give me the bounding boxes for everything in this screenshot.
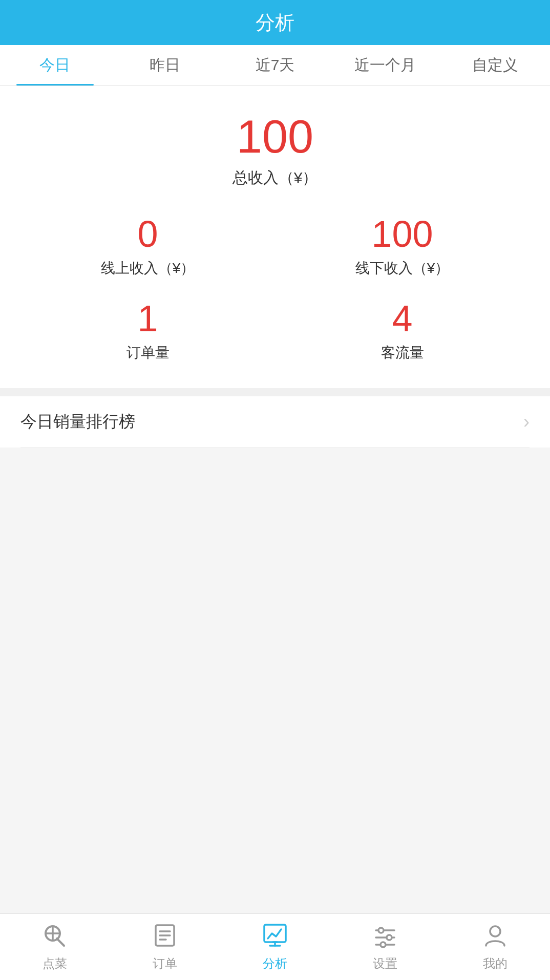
nav-label-menu: 点菜 (43, 955, 67, 972)
traffic-block: 4 客流量 (275, 299, 530, 363)
tab-1month[interactable]: 近一个月 (330, 45, 440, 86)
nav-item-analysis[interactable]: 分析 (220, 914, 330, 980)
order-count-value: 1 (20, 299, 275, 339)
nav-item-menu[interactable]: 点菜 (0, 914, 110, 980)
online-revenue-value: 0 (20, 214, 275, 254)
nav-item-settings[interactable]: 设置 (330, 914, 440, 980)
order-count-block: 1 订单量 (20, 299, 275, 363)
traffic-value: 4 (275, 299, 530, 339)
online-revenue-label: 线上收入（¥） (20, 259, 275, 278)
ranking-section: 今日销量排行榜 › (0, 396, 550, 448)
offline-revenue-label: 线下收入（¥） (275, 259, 530, 278)
total-revenue-block: 100 总收入（¥） (20, 112, 530, 188)
traffic-label: 客流量 (275, 343, 530, 363)
page-title: 分析 (256, 10, 294, 36)
nav-item-orders[interactable]: 订单 (110, 914, 220, 980)
tab-custom[interactable]: 自定义 (440, 45, 550, 86)
tab-7days[interactable]: 近7天 (220, 45, 330, 86)
nav-item-profile[interactable]: 我的 (440, 914, 550, 980)
offline-revenue-block: 100 线下收入（¥） (275, 214, 530, 278)
chevron-right-icon: › (523, 411, 530, 433)
stats-grid: 0 线上收入（¥） 100 线下收入（¥） 1 订单量 4 客流量 (20, 214, 530, 363)
online-revenue-block: 0 线上收入（¥） (20, 214, 275, 278)
total-revenue-value: 100 (20, 112, 530, 162)
ranking-label: 今日销量排行榜 (20, 411, 135, 433)
total-revenue-label: 总收入（¥） (20, 167, 530, 188)
profile-icon (482, 922, 509, 952)
nav-label-settings: 设置 (373, 955, 397, 972)
svg-point-17 (380, 942, 386, 947)
tab-today[interactable]: 今日 (0, 45, 110, 86)
nav-label-profile: 我的 (483, 955, 507, 972)
nav-label-analysis: 分析 (263, 955, 287, 972)
section-divider (0, 388, 550, 396)
content-spacer (0, 448, 550, 913)
period-tab-bar: 今日 昨日 近7天 近一个月 自定义 (0, 45, 550, 86)
order-icon (152, 922, 178, 952)
svg-point-13 (378, 928, 384, 933)
nav-label-orders: 订单 (153, 955, 177, 972)
svg-rect-8 (264, 925, 286, 942)
app-header: 分析 (0, 0, 550, 45)
offline-revenue-value: 100 (275, 214, 530, 254)
svg-point-18 (490, 926, 500, 936)
svg-line-3 (57, 939, 64, 946)
analysis-icon (262, 922, 288, 952)
order-count-label: 订单量 (20, 343, 275, 363)
bottom-nav: 点菜 订单 分析 (0, 913, 550, 980)
menu-icon (41, 922, 68, 952)
stats-section: 100 总收入（¥） 0 线上收入（¥） 100 线下收入（¥） 1 订单量 4 (0, 86, 550, 388)
svg-point-15 (387, 935, 392, 940)
ranking-row[interactable]: 今日销量排行榜 › (20, 396, 530, 448)
settings-icon (372, 922, 398, 952)
tab-yesterday[interactable]: 昨日 (110, 45, 220, 86)
